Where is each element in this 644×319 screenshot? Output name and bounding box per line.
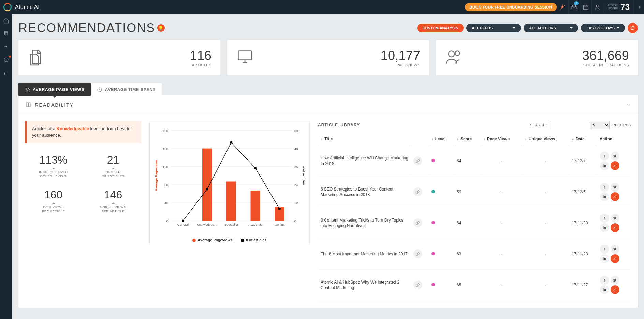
readability-header[interactable]: READABILITY <box>18 95 638 114</box>
summary-card: 361,669 SOCIAL INTERACTIONS <box>436 40 638 75</box>
col-level[interactable]: Level <box>429 133 454 145</box>
home-icon[interactable] <box>3 17 10 24</box>
score-value: 73 <box>620 2 630 12</box>
col-title[interactable]: Title <box>319 133 411 145</box>
search-input[interactable] <box>550 121 587 129</box>
action-cell <box>598 208 630 238</box>
facebook-icon[interactable] <box>600 152 609 161</box>
svg-rect-44 <box>202 149 212 221</box>
link-icon[interactable] <box>413 249 422 258</box>
linkedin-icon[interactable] <box>600 285 609 294</box>
svg-text:200: 200 <box>163 129 169 133</box>
edit-icon[interactable] <box>611 192 619 201</box>
summary-icon <box>27 48 45 67</box>
edit-icon[interactable] <box>611 223 619 232</box>
article-title: The 6 Most Important Marketing Metrics i… <box>319 239 411 269</box>
col-date[interactable]: Date <box>570 133 597 145</box>
summary-cards: 116 ARTICLES 10,177 PAGEVIEWS 361,669 SO… <box>18 40 638 75</box>
svg-text:36: 36 <box>294 165 298 169</box>
history-icon[interactable] <box>3 56 10 63</box>
summary-label: ARTICLES <box>190 63 211 67</box>
facebook-icon[interactable] <box>600 276 609 285</box>
uv-cell: - <box>523 239 569 269</box>
link-icon[interactable] <box>413 218 422 227</box>
score-cell: 64 <box>455 208 481 238</box>
stat-item: 21 NUMBEROF ARTICLES <box>85 154 141 179</box>
twitter-icon[interactable] <box>611 152 619 161</box>
tab-average-time-spent[interactable]: AVERAGE TIME SPENT <box>91 83 162 96</box>
tab-average-page-views[interactable]: AVERAGE PAGE VIEWS <box>18 83 91 96</box>
analytics-icon[interactable] <box>3 69 10 76</box>
action-cell <box>598 146 630 176</box>
twitter-icon[interactable] <box>611 214 619 223</box>
article-title: Atomic AI & HubSpot: Why We Integrated 2… <box>319 270 411 300</box>
documents-icon[interactable] <box>3 30 10 37</box>
twitter-icon[interactable] <box>611 276 619 285</box>
refresh-button[interactable] <box>628 23 638 33</box>
chevron-down-icon <box>513 27 515 29</box>
svg-text:Specialist: Specialist <box>224 223 238 226</box>
collapse-panel-button[interactable] <box>634 0 644 14</box>
edit-icon[interactable] <box>611 161 619 170</box>
level-dot <box>431 221 435 224</box>
share-icon[interactable] <box>3 43 10 50</box>
level-dot <box>431 159 435 162</box>
facebook-icon[interactable] <box>600 245 609 254</box>
facebook-icon[interactable] <box>600 183 609 192</box>
svg-point-19 <box>455 51 459 56</box>
user-icon[interactable] <box>591 0 603 14</box>
linkedin-icon[interactable] <box>600 223 609 232</box>
svg-point-56 <box>278 208 281 210</box>
linkedin-icon[interactable] <box>600 161 609 170</box>
chevron-down-icon <box>626 102 631 107</box>
records-select[interactable]: 5 <box>590 121 610 129</box>
sidebar <box>0 14 12 319</box>
svg-point-62 <box>603 226 603 227</box>
calendar-icon[interactable] <box>580 0 591 14</box>
facebook-icon[interactable] <box>600 214 609 223</box>
date-cell: 17/11/27 <box>570 270 597 300</box>
inbox-badge: 2 <box>574 1 579 5</box>
svg-line-3 <box>563 5 565 6</box>
date-cell: 17/11/28 <box>570 239 597 269</box>
svg-point-66 <box>603 288 603 289</box>
inbox-icon[interactable]: 2 <box>568 0 580 14</box>
pv-cell: - <box>481 208 522 238</box>
col-score[interactable]: Score <box>455 133 481 145</box>
feeds-select[interactable]: ALL FEEDS <box>466 24 521 32</box>
link-icon[interactable] <box>413 187 422 196</box>
col-unique-views[interactable]: Unique Views <box>523 133 569 145</box>
svg-text:# of articles: # of articles <box>302 166 306 185</box>
notification-dot <box>9 56 11 58</box>
level-dot <box>431 190 435 193</box>
action-cell <box>598 239 630 269</box>
linkedin-icon[interactable] <box>600 254 609 263</box>
date-range-select[interactable]: LAST 365 DAYS <box>581 24 625 32</box>
authors-select[interactable]: ALL AUTHORS <box>524 24 578 32</box>
col-action[interactable]: Action <box>598 133 630 145</box>
twitter-icon[interactable] <box>611 245 619 254</box>
pv-cell: - <box>481 146 522 176</box>
link-icon[interactable] <box>413 156 422 165</box>
edit-icon[interactable] <box>611 285 619 294</box>
book-onboarding-button[interactable]: BOOK YOUR FREE ONBOARDING SESSION <box>465 3 557 11</box>
svg-text:Average Pageviews: Average Pageviews <box>154 160 158 191</box>
edit-icon[interactable] <box>611 254 619 263</box>
score-label: ATOMIC SCORE <box>608 4 618 10</box>
svg-text:60: 60 <box>294 129 298 133</box>
custom-analysis-button[interactable]: CUSTOM ANALYSIS <box>417 24 464 32</box>
svg-text:Genius: Genius <box>275 223 285 226</box>
date-cell: 17/11/30 <box>570 208 597 238</box>
col-page-views[interactable]: Page Views <box>481 133 522 145</box>
linkedin-icon[interactable] <box>600 192 609 201</box>
level-dot <box>431 252 435 255</box>
link-icon[interactable] <box>413 280 422 289</box>
article-title: 6 SEO Strategies to Boost Your Content M… <box>319 177 411 207</box>
hubspot-icon[interactable] <box>557 0 568 14</box>
uv-cell: - <box>523 177 569 207</box>
svg-rect-48 <box>251 191 260 221</box>
article-library-table: TitleLevelScorePage ViewsUnique ViewsDat… <box>318 133 631 301</box>
twitter-icon[interactable] <box>611 183 619 192</box>
records-label: RECORDS <box>612 123 631 127</box>
svg-point-55 <box>254 167 257 169</box>
